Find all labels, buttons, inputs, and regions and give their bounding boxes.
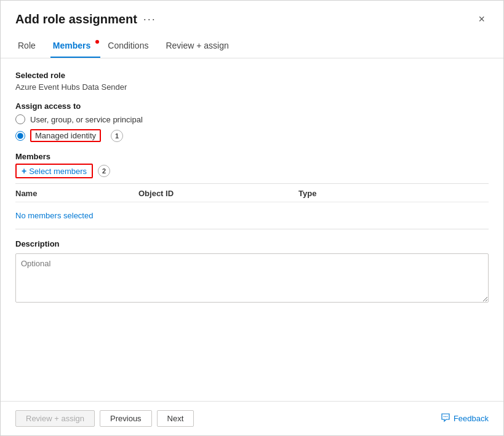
step-badge-2: 2 — [98, 165, 110, 177]
tabs-bar: Role Members Conditions Review + assign — [1, 36, 503, 58]
radio-managed-identity[interactable]: Managed identity — [15, 129, 101, 142]
members-table: Name Object ID Type No members selected — [15, 183, 489, 229]
dialog-footer: Review + assign Previous Next Feedback — [1, 401, 503, 435]
members-label: Members — [15, 152, 489, 161]
dialog-content: Selected role Azure Event Hubs Data Send… — [1, 58, 503, 401]
dialog-header: Add role assignment ··· × — [1, 1, 503, 33]
members-header-row: + Select members 2 — [15, 164, 489, 178]
description-textarea[interactable] — [15, 253, 489, 303]
feedback-label: Feedback — [454, 414, 489, 423]
close-button[interactable]: × — [474, 12, 489, 27]
assign-access-radio-group: User, group, or service principal Manage… — [15, 114, 489, 142]
selected-role-label: Selected role — [15, 71, 489, 80]
no-members-message: No members selected — [15, 206, 138, 225]
review-assign-button: Review + assign — [15, 410, 95, 427]
svg-point-0 — [444, 416, 445, 417]
feedback-icon — [441, 413, 450, 425]
description-section: Description — [15, 239, 489, 305]
assign-access-label: Assign access to — [15, 101, 489, 111]
tab-members[interactable]: Members — [50, 36, 100, 58]
members-section: Members + Select members 2 Name Object I… — [15, 152, 489, 229]
col-name: Name — [15, 189, 138, 198]
selected-role-section: Selected role Azure Event Hubs Data Send… — [15, 71, 489, 92]
feedback-button[interactable]: Feedback — [441, 413, 489, 425]
svg-point-1 — [445, 416, 446, 417]
footer-left: Review + assign Previous Next — [15, 410, 194, 427]
assign-access-section: Assign access to User, group, or service… — [15, 101, 489, 142]
col-type: Type — [298, 189, 489, 198]
table-empty-row: No members selected — [15, 202, 489, 229]
select-members-label: Select members — [29, 167, 87, 176]
members-dot — [95, 40, 99, 44]
step-badge-1: 1 — [111, 130, 123, 142]
col-object-id: Object ID — [138, 189, 298, 198]
footer-right: Feedback — [441, 413, 489, 425]
radio-user-group-input[interactable] — [15, 114, 25, 124]
radio-user-group-label: User, group, or service principal — [30, 115, 143, 124]
select-members-button[interactable]: + Select members — [15, 164, 93, 178]
description-label: Description — [15, 239, 489, 248]
selected-role-value: Azure Event Hubs Data Sender — [15, 82, 489, 92]
next-button[interactable]: Next — [157, 410, 194, 427]
managed-identity-box: Managed identity — [30, 129, 101, 142]
more-options-icon[interactable]: ··· — [143, 13, 156, 26]
radio-managed-identity-input[interactable] — [15, 131, 25, 141]
tab-role[interactable]: Role — [15, 36, 46, 58]
svg-point-2 — [447, 416, 448, 417]
plus-icon: + — [22, 166, 26, 176]
previous-button[interactable]: Previous — [100, 410, 152, 427]
tab-review-assign[interactable]: Review + assign — [163, 36, 238, 58]
add-role-assignment-dialog: Add role assignment ··· × Role Members C… — [0, 0, 504, 436]
radio-user-group[interactable]: User, group, or service principal — [15, 114, 489, 124]
tab-conditions[interactable]: Conditions — [105, 36, 158, 58]
radio-managed-identity-label: Managed identity — [35, 131, 96, 140]
dialog-title-row: Add role assignment ··· — [15, 12, 156, 26]
table-header: Name Object ID Type — [15, 184, 489, 202]
dialog-title: Add role assignment — [15, 12, 137, 26]
